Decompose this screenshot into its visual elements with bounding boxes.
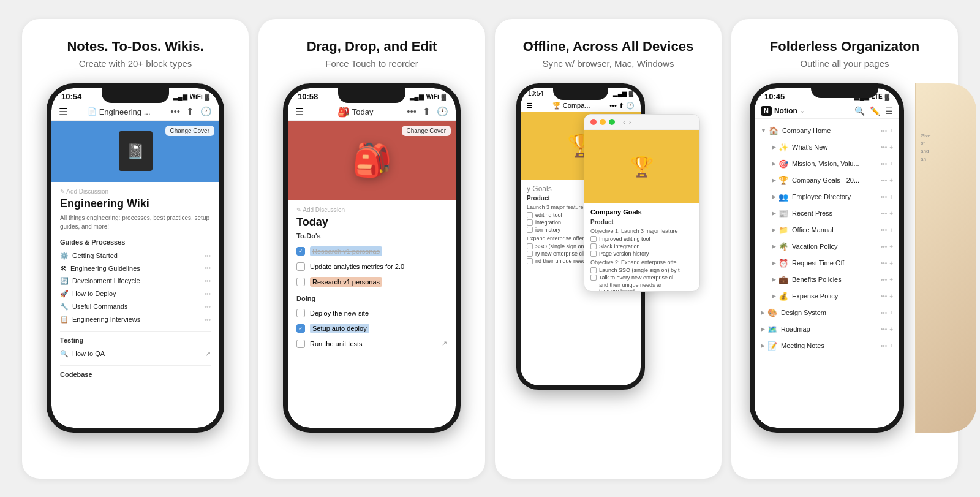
more-dots-icon[interactable]: ••• [881,127,888,134]
sidebar-item-mission[interactable]: ▶ 🎯 Mission, Vision, Valu... ••• + [755,156,899,172]
sidebar-item-benefits[interactable]: ▶ 💼 Benefits Policies ••• + [755,271,899,288]
more-dots-vac[interactable]: ••• [881,243,888,250]
sidebar-item-whats-new[interactable]: ▶ ✨ What's New ••• + [755,139,899,156]
sidebar-item-vacation-policy[interactable]: ▶ 🌴 Vacation Policy ••• + [755,238,899,255]
sidebar-actions-office: ••• + [881,227,893,233]
checkbox-4[interactable] [296,309,305,317]
nav-bar-1[interactable]: ☰ 📄 Engineering ... ••• ⬆ 🕐 [51,104,219,121]
status-icons-3-bg: ▂▄▆ ▓ [613,90,633,97]
w-mini-row-1: Improved editing tool [590,236,693,242]
more-dots-rto[interactable]: ••• [881,260,888,267]
more-dots-road[interactable]: ••• [881,326,888,333]
more-dots-whats[interactable]: ••• [881,144,888,151]
sidebar-item-company-goals[interactable]: ▶ 🏆 Company Goals - 20... ••• + [755,172,899,189]
more-dots-office[interactable]: ••• [881,227,888,233]
forward-icon[interactable]: › [629,118,631,126]
nav-icons-2: ••• ⬆ 🕐 [407,106,448,117]
add-icon-vac[interactable]: + [889,243,893,250]
tl-green[interactable] [609,119,615,125]
checkbox-3[interactable] [296,278,305,286]
checkbox-5[interactable]: ✓ [296,324,305,333]
sidebar-item-office-manual[interactable]: ▶ 📁 Office Manual ••• + [755,222,899,238]
add-discussion-1: ✎ Add Discussion [60,188,211,195]
add-icon-exp[interactable]: + [889,293,893,300]
sidebar-item-meeting-notes[interactable]: ▶ 📝 Meeting Notes ••• + [755,338,899,354]
sidebar-item-request-time-off[interactable]: ▶ ⏰ Request Time Off ••• + [755,255,899,271]
sidebar-item-roadmap[interactable]: ▶ 🗺️ Roadmap ••• + [755,321,899,338]
more-dots-meet[interactable]: ••• [881,343,888,349]
chevron-right-icon-ds: ▶ [761,309,765,316]
sidebar-item-recent-press[interactable]: ▶ 📰 Recent Press ••• + [755,205,899,222]
clock-icon-2[interactable]: 🕐 [437,106,448,117]
back-icon[interactable]: ‹ [623,118,625,126]
sidebar-item-expense-policy[interactable]: ▶ 💰 Expense Policy ••• + [755,288,899,305]
checkbox-1[interactable]: ✓ [296,247,305,256]
nav-bar-2[interactable]: ☰ 🎒 Today ••• ⬆ 🕐 [288,104,456,121]
tl-yellow[interactable] [600,119,606,125]
card4-phone-area: 10:45 ▂▄▆ LTE ▓ N Notion ⌄ [750,83,940,433]
wifi-icon-1: WiFi [190,93,203,100]
time-3-bg: 10:54 [528,90,543,97]
nav-bar-4[interactable]: N Notion ⌄ 🔍 ✏️ ☰ [755,104,899,119]
list-item-useful-commands: 🔧Useful Commands ••• [60,300,211,313]
todos-header: To-Do's [296,232,447,240]
todo-item-run-tests: Run the unit tests ↗ [296,336,447,351]
people-icon: 👥 [778,192,788,202]
time-4: 10:45 [764,92,785,101]
more-dots-press[interactable]: ••• [881,210,888,217]
more-dots-exp[interactable]: ••• [881,293,888,300]
add-icon-ben[interactable]: + [889,276,893,283]
add-icon[interactable]: + [889,127,893,134]
w-mini-row-2: Slack integration [590,243,693,249]
sidebar-item-design-system[interactable]: ▶ 🎨 Design System ••• + [755,305,899,321]
add-icon-road[interactable]: + [889,326,893,333]
clock-icon-1[interactable]: 🕐 [200,106,212,117]
add-icon-mission[interactable]: + [889,161,893,167]
more-dots-ben[interactable]: ••• [881,276,888,283]
checkbox-6[interactable] [296,340,305,348]
add-icon-whats[interactable]: + [889,144,893,151]
section-header-testing: Testing [60,336,211,344]
more-dots-ds[interactable]: ••• [881,309,888,316]
more-dots-mission[interactable]: ••• [881,161,888,167]
more-dots-emp[interactable]: ••• [881,194,888,200]
time-2: 10:58 [298,92,318,101]
nav-title-3-bg: 🏆 Compa... [552,102,590,110]
money-icon: 💰 [778,292,788,301]
nav-menu-icon-1[interactable]: ☰ [59,106,67,118]
tl-red[interactable] [590,119,597,125]
sidebar-item-company-home[interactable]: ▼ 🏠 Company Home ••• + [755,123,899,139]
add-icon-emp[interactable]: + [889,194,893,200]
sidebar-actions-rto: ••• + [881,260,893,267]
phone-mockup-2: 10:58 ▂▄▆ WiFi ▓ ☰ 🎒 Today ••• [283,83,461,433]
add-icon-meet[interactable]: + [889,343,893,349]
add-icon-office[interactable]: + [889,227,893,233]
chevron-right-icon-rto: ▶ [772,260,776,266]
compose-icon-4[interactable]: ✏️ [870,106,880,116]
screen1-cover: 📓 Change Cover [51,121,219,182]
checkbox-2[interactable] [296,262,305,271]
menu-icon-4[interactable]: ☰ [885,106,893,116]
share-icon-2[interactable]: ⬆ [423,106,431,117]
more-icon-1[interactable]: ••• [170,106,180,117]
page-desc-1: All things engineering: processes, best … [60,214,211,231]
more-dots-goals[interactable]: ••• [881,177,888,184]
useful-commands-label: Useful Commands [72,303,127,310]
sidebar-item-employee-directory[interactable]: ▶ 👥 Employee Directory ••• + [755,189,899,205]
search-icon-4[interactable]: 🔍 [854,106,865,116]
window-bottom: Company Goals Product Objective 1: Launc… [584,203,699,292]
nav-menu-icon-2[interactable]: ☰ [295,106,304,118]
company-home-label: Company Home [782,127,881,134]
change-cover-btn-2[interactable]: Change Cover [402,126,451,136]
feature-card-2: Drag, Drop, and Edit Force Touch to reor… [258,19,485,479]
more-icon-2[interactable]: ••• [407,106,417,117]
change-cover-btn-1[interactable]: Change Cover [165,126,214,136]
add-icon-ds[interactable]: + [889,309,893,316]
share-icon-1[interactable]: ⬆ [186,106,194,117]
add-icon-rto[interactable]: + [889,260,893,267]
add-icon-press[interactable]: + [889,210,893,217]
feature-card-3: Offline, Across All Devices Sync w/ brow… [495,19,722,479]
run-tests-label: Run the unit tests [310,340,363,347]
add-icon-goals[interactable]: + [889,177,893,184]
list-item: 🛠Engineering Guidelines ••• [60,262,211,275]
